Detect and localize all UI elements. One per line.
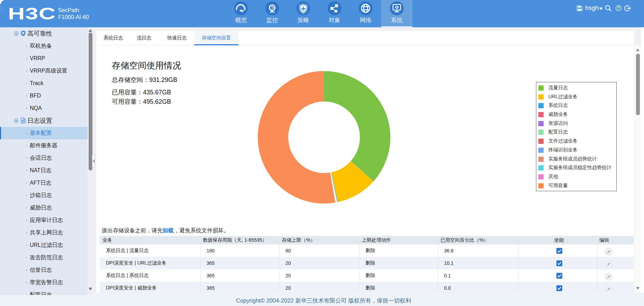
svg-text:?: ? xyxy=(617,6,619,10)
